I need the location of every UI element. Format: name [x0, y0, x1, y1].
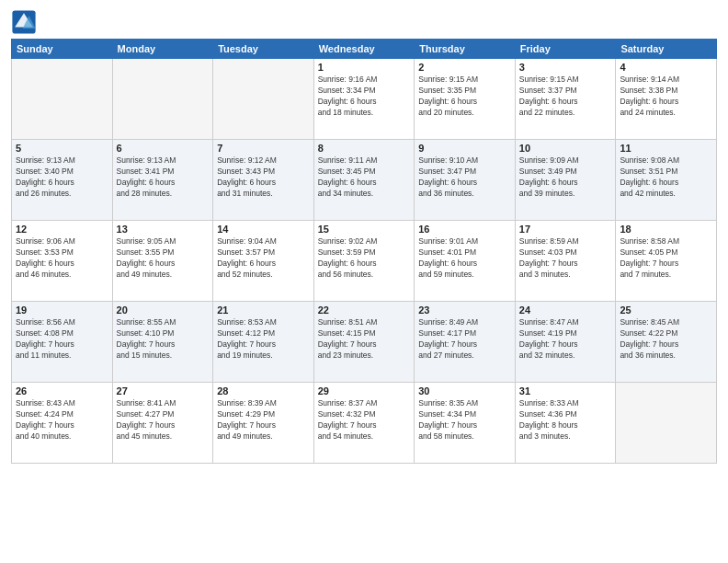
- day-number: 30: [418, 385, 511, 396]
- weekday-header-friday: Friday: [515, 40, 616, 59]
- day-number: 17: [519, 224, 612, 235]
- day-number: 7: [217, 143, 310, 154]
- calendar-cell: 7Sunrise: 9:12 AM Sunset: 3:43 PM Daylig…: [213, 140, 314, 221]
- week-row-1: 1Sunrise: 9:16 AM Sunset: 3:34 PM Daylig…: [12, 59, 717, 140]
- day-info: Sunrise: 8:58 AM Sunset: 4:05 PM Dayligh…: [620, 236, 712, 281]
- calendar-cell: 15Sunrise: 9:02 AM Sunset: 3:59 PM Dayli…: [313, 221, 415, 302]
- day-info: Sunrise: 8:55 AM Sunset: 4:10 PM Dayligh…: [117, 317, 210, 362]
- day-info: Sunrise: 8:37 AM Sunset: 4:32 PM Dayligh…: [318, 398, 411, 442]
- calendar-cell: [213, 59, 314, 140]
- day-info: Sunrise: 8:56 AM Sunset: 4:08 PM Dayligh…: [16, 317, 108, 362]
- calendar-cell: 29Sunrise: 8:37 AM Sunset: 4:32 PM Dayli…: [313, 383, 415, 464]
- calendar-cell: 10Sunrise: 9:09 AM Sunset: 3:49 PM Dayli…: [515, 140, 616, 221]
- day-number: 3: [519, 62, 612, 73]
- calendar-cell: 13Sunrise: 9:05 AM Sunset: 3:55 PM Dayli…: [112, 221, 213, 302]
- calendar-cell: 24Sunrise: 8:47 AM Sunset: 4:19 PM Dayli…: [515, 302, 616, 383]
- day-info: Sunrise: 9:15 AM Sunset: 3:35 PM Dayligh…: [418, 75, 511, 119]
- page: SundayMondayTuesdayWednesdayThursdayFrid…: [0, 0, 728, 563]
- day-number: 5: [16, 143, 108, 154]
- day-number: 19: [16, 304, 108, 316]
- day-number: 12: [16, 224, 108, 235]
- calendar-cell: 14Sunrise: 9:04 AM Sunset: 3:57 PM Dayli…: [213, 221, 314, 302]
- day-number: 28: [217, 385, 310, 396]
- day-info: Sunrise: 9:14 AM Sunset: 3:38 PM Dayligh…: [620, 75, 712, 119]
- calendar-cell: 31Sunrise: 8:33 AM Sunset: 4:36 PM Dayli…: [515, 383, 616, 464]
- calendar-table: SundayMondayTuesdayWednesdayThursdayFrid…: [11, 39, 717, 464]
- day-number: 21: [217, 304, 310, 316]
- week-row-5: 26Sunrise: 8:43 AM Sunset: 4:24 PM Dayli…: [12, 383, 717, 464]
- weekday-header-wednesday: Wednesday: [313, 40, 415, 59]
- day-number: 26: [16, 385, 108, 396]
- day-info: Sunrise: 9:04 AM Sunset: 3:57 PM Dayligh…: [217, 236, 310, 281]
- day-info: Sunrise: 9:12 AM Sunset: 3:43 PM Dayligh…: [217, 155, 310, 200]
- day-info: Sunrise: 8:45 AM Sunset: 4:22 PM Dayligh…: [620, 317, 712, 362]
- calendar-cell: 26Sunrise: 8:43 AM Sunset: 4:24 PM Dayli…: [12, 383, 113, 464]
- day-info: Sunrise: 9:16 AM Sunset: 3:34 PM Dayligh…: [318, 75, 411, 119]
- week-row-3: 12Sunrise: 9:06 AM Sunset: 3:53 PM Dayli…: [12, 221, 717, 302]
- day-number: 24: [519, 304, 612, 316]
- day-info: Sunrise: 8:51 AM Sunset: 4:15 PM Dayligh…: [318, 317, 411, 362]
- day-info: Sunrise: 9:01 AM Sunset: 4:01 PM Dayligh…: [418, 236, 511, 281]
- calendar-cell: [12, 59, 113, 140]
- calendar-cell: 16Sunrise: 9:01 AM Sunset: 4:01 PM Dayli…: [415, 221, 516, 302]
- day-number: 20: [117, 304, 210, 316]
- logo-icon: [11, 9, 37, 35]
- day-info: Sunrise: 9:08 AM Sunset: 3:51 PM Dayligh…: [620, 155, 712, 200]
- weekday-header-row: SundayMondayTuesdayWednesdayThursdayFrid…: [12, 40, 717, 59]
- calendar-cell: 21Sunrise: 8:53 AM Sunset: 4:12 PM Dayli…: [213, 302, 314, 383]
- calendar-cell: 4Sunrise: 9:14 AM Sunset: 3:38 PM Daylig…: [616, 59, 717, 140]
- day-info: Sunrise: 8:35 AM Sunset: 4:34 PM Dayligh…: [418, 398, 511, 442]
- day-info: Sunrise: 9:13 AM Sunset: 3:41 PM Dayligh…: [117, 155, 210, 200]
- calendar-cell: 8Sunrise: 9:11 AM Sunset: 3:45 PM Daylig…: [313, 140, 415, 221]
- day-info: Sunrise: 9:15 AM Sunset: 3:37 PM Dayligh…: [519, 75, 612, 119]
- day-info: Sunrise: 8:59 AM Sunset: 4:03 PM Dayligh…: [519, 236, 612, 281]
- calendar-cell: 17Sunrise: 8:59 AM Sunset: 4:03 PM Dayli…: [515, 221, 616, 302]
- calendar-cell: 23Sunrise: 8:49 AM Sunset: 4:17 PM Dayli…: [415, 302, 516, 383]
- day-number: 1: [318, 62, 411, 73]
- weekday-header-sunday: Sunday: [12, 40, 113, 59]
- week-row-2: 5Sunrise: 9:13 AM Sunset: 3:40 PM Daylig…: [12, 140, 717, 221]
- calendar-cell: 27Sunrise: 8:41 AM Sunset: 4:27 PM Dayli…: [112, 383, 213, 464]
- calendar-cell: 6Sunrise: 9:13 AM Sunset: 3:41 PM Daylig…: [112, 140, 213, 221]
- day-info: Sunrise: 8:39 AM Sunset: 4:29 PM Dayligh…: [217, 398, 310, 442]
- calendar-cell: 18Sunrise: 8:58 AM Sunset: 4:05 PM Dayli…: [616, 221, 717, 302]
- calendar-cell: [112, 59, 213, 140]
- day-number: 2: [418, 62, 511, 73]
- day-info: Sunrise: 8:41 AM Sunset: 4:27 PM Dayligh…: [117, 398, 210, 442]
- day-info: Sunrise: 9:02 AM Sunset: 3:59 PM Dayligh…: [318, 236, 411, 281]
- day-number: 16: [418, 224, 511, 235]
- calendar-cell: 3Sunrise: 9:15 AM Sunset: 3:37 PM Daylig…: [515, 59, 616, 140]
- day-number: 11: [620, 143, 712, 154]
- weekday-header-tuesday: Tuesday: [213, 40, 314, 59]
- weekday-header-saturday: Saturday: [616, 40, 717, 59]
- calendar-cell: 19Sunrise: 8:56 AM Sunset: 4:08 PM Dayli…: [12, 302, 113, 383]
- calendar-cell: 2Sunrise: 9:15 AM Sunset: 3:35 PM Daylig…: [415, 59, 516, 140]
- day-info: Sunrise: 9:06 AM Sunset: 3:53 PM Dayligh…: [16, 236, 108, 281]
- week-row-4: 19Sunrise: 8:56 AM Sunset: 4:08 PM Dayli…: [12, 302, 717, 383]
- day-info: Sunrise: 8:49 AM Sunset: 4:17 PM Dayligh…: [418, 317, 511, 362]
- day-number: 13: [117, 224, 210, 235]
- calendar-cell: [616, 383, 717, 464]
- day-number: 10: [519, 143, 612, 154]
- day-info: Sunrise: 8:33 AM Sunset: 4:36 PM Dayligh…: [519, 398, 612, 442]
- calendar-cell: 1Sunrise: 9:16 AM Sunset: 3:34 PM Daylig…: [313, 59, 415, 140]
- day-number: 9: [418, 143, 511, 154]
- day-number: 29: [318, 385, 411, 396]
- day-number: 14: [217, 224, 310, 235]
- day-info: Sunrise: 9:11 AM Sunset: 3:45 PM Dayligh…: [318, 155, 411, 200]
- day-number: 22: [318, 304, 411, 316]
- day-info: Sunrise: 9:09 AM Sunset: 3:49 PM Dayligh…: [519, 155, 612, 200]
- calendar-cell: 30Sunrise: 8:35 AM Sunset: 4:34 PM Dayli…: [415, 383, 516, 464]
- day-number: 31: [519, 385, 612, 396]
- calendar-cell: 11Sunrise: 9:08 AM Sunset: 3:51 PM Dayli…: [616, 140, 717, 221]
- calendar-cell: 28Sunrise: 8:39 AM Sunset: 4:29 PM Dayli…: [213, 383, 314, 464]
- day-number: 15: [318, 224, 411, 235]
- calendar-cell: 5Sunrise: 9:13 AM Sunset: 3:40 PM Daylig…: [12, 140, 113, 221]
- day-info: Sunrise: 8:43 AM Sunset: 4:24 PM Dayligh…: [16, 398, 108, 442]
- day-number: 18: [620, 224, 712, 235]
- header: [11, 9, 717, 35]
- day-info: Sunrise: 8:53 AM Sunset: 4:12 PM Dayligh…: [217, 317, 310, 362]
- calendar-cell: 25Sunrise: 8:45 AM Sunset: 4:22 PM Dayli…: [616, 302, 717, 383]
- day-number: 4: [620, 62, 712, 73]
- calendar-cell: 9Sunrise: 9:10 AM Sunset: 3:47 PM Daylig…: [415, 140, 516, 221]
